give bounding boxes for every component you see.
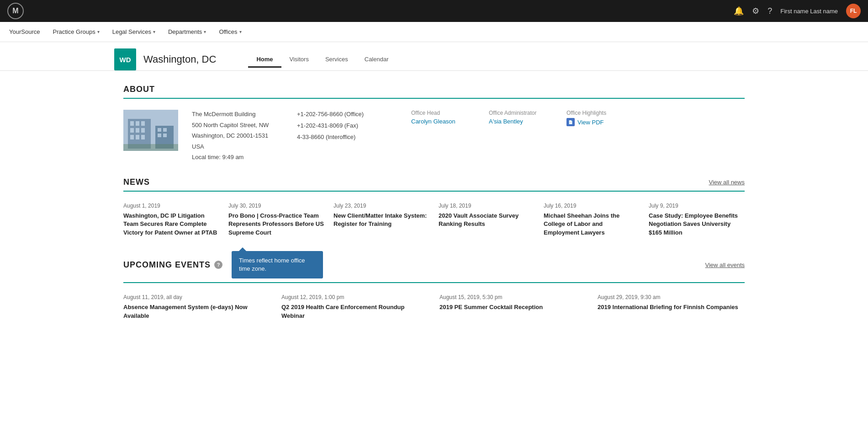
news-item-title[interactable]: Case Study: Employee Benefits Negotiatio… xyxy=(649,212,745,238)
office-head-label: Office Head xyxy=(411,110,475,116)
top-bar: M 🔔 ⚙ ? First name Last name FL xyxy=(0,0,868,22)
event-item-title[interactable]: 2019 International Briefing for Finnish … xyxy=(598,303,745,312)
phone-office: +1-202-756-8660 (Office) xyxy=(297,110,397,119)
news-item-title[interactable]: Michael Sheehan Joins the College of Lab… xyxy=(544,212,640,238)
top-bar-right: 🔔 ⚙ ? First name Last name FL xyxy=(734,4,861,18)
svg-rect-3 xyxy=(130,121,134,126)
event-item-title[interactable]: Absence Management System (e-days) Now A… xyxy=(123,303,270,321)
event-item: August 15, 2019, 5:30 pm 2019 PE Summer … xyxy=(439,294,587,321)
nav-yoursource[interactable]: YourSource xyxy=(9,28,40,35)
city-address: Washington, DC 20001-1531 xyxy=(192,131,283,140)
country: USA xyxy=(192,142,283,151)
about-address: The McDermott Building 500 North Capitol… xyxy=(192,110,283,164)
about-title: ABOUT xyxy=(123,85,155,94)
news-item: July 18, 2019 2020 Vault Associate Surve… xyxy=(439,203,535,238)
office-head-value[interactable]: Carolyn Gleason xyxy=(411,118,475,125)
news-item: July 30, 2019 Pro Bono | Cross-Practice … xyxy=(228,203,324,238)
event-item: August 12, 2019, 1:00 pm Q2 2019 Health … xyxy=(281,294,429,321)
event-date: August 29, 2019, 9:30 am xyxy=(598,294,745,300)
svg-rect-8 xyxy=(141,128,145,133)
chevron-down-icon: ▾ xyxy=(153,29,155,34)
chevron-down-icon: ▾ xyxy=(239,29,242,34)
event-date: August 12, 2019, 1:00 pm xyxy=(281,294,429,300)
about-divider xyxy=(123,98,745,99)
tab-services[interactable]: Services xyxy=(317,52,356,68)
events-section: UPCOMING EVENTS ? Times reflect home off… xyxy=(123,251,745,321)
tab-visitors[interactable]: Visitors xyxy=(281,52,317,68)
svg-rect-4 xyxy=(136,121,139,126)
phone-fax: +1-202-431-8069 (Fax) xyxy=(297,121,397,131)
office-highlights-block: Office Highlights 📄 View PDF xyxy=(566,110,630,126)
office-header: WD Washington, DC Home Visitors Services… xyxy=(114,42,754,70)
svg-rect-14 xyxy=(158,134,161,137)
nav-legal-services[interactable]: Legal Services ▾ xyxy=(112,28,155,35)
office-tabs: Home Visitors Services Calendar xyxy=(248,52,397,67)
svg-rect-5 xyxy=(141,121,145,126)
news-divider xyxy=(123,191,745,192)
news-date: July 16, 2019 xyxy=(544,203,640,209)
svg-rect-6 xyxy=(130,128,134,133)
event-item-title[interactable]: Q2 2019 Health Care Enforcement Roundup … xyxy=(281,303,429,321)
nav-bar: YourSource Practice Groups ▾ Legal Servi… xyxy=(0,22,868,42)
tooltip-text: Times reflect home office time zone. xyxy=(239,257,305,272)
news-item-title[interactable]: New Client/Matter Intake System: Registe… xyxy=(333,212,429,229)
about-phone: +1-202-756-8660 (Office) +1-202-431-8069… xyxy=(297,110,397,144)
tab-home[interactable]: Home xyxy=(248,52,281,68)
logo[interactable]: M xyxy=(7,3,24,19)
svg-rect-10 xyxy=(136,135,139,139)
top-bar-left: M xyxy=(7,3,24,19)
svg-rect-11 xyxy=(141,135,145,139)
event-item: August 29, 2019, 9:30 am 2019 Internatio… xyxy=(598,294,745,321)
event-item-title[interactable]: 2019 PE Summer Cocktail Reception xyxy=(439,303,587,312)
news-item-title[interactable]: Pro Bono | Cross-Practice Team Represent… xyxy=(228,212,324,238)
tab-calendar[interactable]: Calendar xyxy=(356,52,397,68)
event-date: August 11, 2019, all day xyxy=(123,294,270,300)
news-item-title[interactable]: Washington, DC IP Litigation Team Secure… xyxy=(123,212,219,238)
about-content: The McDermott Building 500 North Capitol… xyxy=(123,110,745,164)
chevron-down-icon: ▾ xyxy=(204,29,206,34)
gear-icon[interactable]: ⚙ xyxy=(752,6,759,16)
nav-departments[interactable]: Departments ▾ xyxy=(168,28,206,35)
news-title: NEWS xyxy=(123,177,150,187)
news-item: July 16, 2019 Michael Sheehan Joins the … xyxy=(544,203,640,238)
avatar[interactable]: FL xyxy=(846,4,861,18)
view-all-events[interactable]: View all events xyxy=(705,262,745,268)
office-badge: WD xyxy=(114,48,136,70)
view-pdf-link[interactable]: 📄 View PDF xyxy=(566,118,630,126)
office-highlights-label: Office Highlights xyxy=(566,110,630,116)
bell-icon[interactable]: 🔔 xyxy=(734,6,744,16)
office-admin-block: Office Administrator A'sia Bentley xyxy=(489,110,553,125)
local-time: Local time: 9:49 am xyxy=(192,153,283,162)
news-item: July 23, 2019 New Client/Matter Intake S… xyxy=(333,203,429,238)
event-item: August 11, 2019, all day Absence Managem… xyxy=(123,294,270,321)
chevron-down-icon: ▾ xyxy=(97,29,100,34)
about-section-header: ABOUT xyxy=(123,85,745,94)
view-pdf-text: View PDF xyxy=(577,119,604,126)
username: First name Last name xyxy=(780,8,838,15)
nav-practice-groups[interactable]: Practice Groups ▾ xyxy=(53,28,99,35)
nav-offices[interactable]: Offices ▾ xyxy=(219,28,241,35)
tooltip-arrow xyxy=(239,247,246,251)
news-item-title[interactable]: 2020 Vault Associate Survey Ranking Resu… xyxy=(439,212,535,229)
news-date: July 30, 2019 xyxy=(228,203,324,209)
events-divider xyxy=(123,282,745,283)
question-icon[interactable]: ? xyxy=(214,261,222,269)
news-grid: August 1, 2019 Washington, DC IP Litigat… xyxy=(123,203,745,238)
news-item: August 1, 2019 Washington, DC IP Litigat… xyxy=(123,203,219,238)
office-admin-label: Office Administrator xyxy=(489,110,553,116)
news-date: August 1, 2019 xyxy=(123,203,219,209)
svg-rect-15 xyxy=(163,134,167,137)
event-date: August 15, 2019, 5:30 pm xyxy=(439,294,587,300)
phone-interoffice: 4-33-8660 (Interoffice) xyxy=(297,133,397,142)
help-icon[interactable]: ? xyxy=(767,6,772,16)
news-date: July 18, 2019 xyxy=(439,203,535,209)
view-all-news[interactable]: View all news xyxy=(709,179,745,186)
office-title: Washington, DC xyxy=(143,54,216,65)
tooltip-popup: Times reflect home office time zone. xyxy=(232,251,323,278)
news-date: July 23, 2019 xyxy=(333,203,429,209)
street-address: 500 North Capitol Street, NW xyxy=(192,121,283,130)
office-admin-value[interactable]: A'sia Bentley xyxy=(489,118,553,125)
office-head-block: Office Head Carolyn Gleason xyxy=(411,110,475,125)
svg-rect-12 xyxy=(158,128,161,132)
news-date: July 9, 2019 xyxy=(649,203,745,209)
